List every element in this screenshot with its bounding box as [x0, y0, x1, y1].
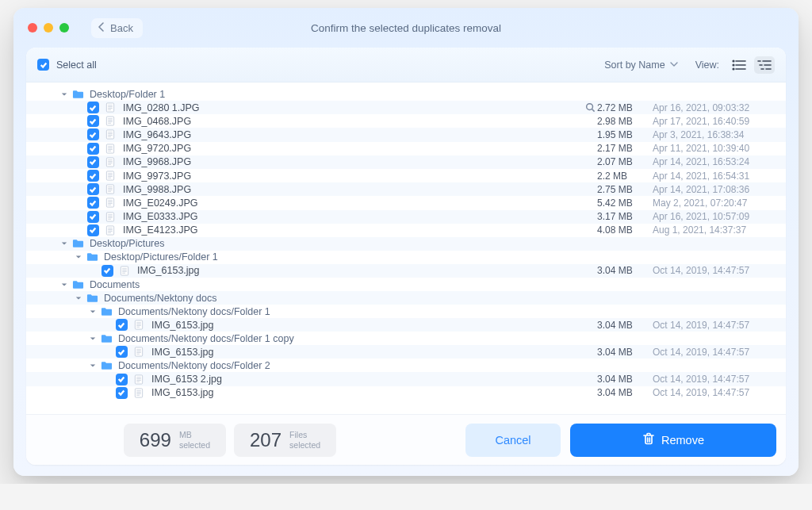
view-mode-toggle: [729, 56, 775, 74]
folder-row[interactable]: Documents: [26, 278, 786, 291]
file-row[interactable]: IMG_6153.jpg3.04 MBOct 14, 2019, 14:47:5…: [26, 345, 786, 359]
file-checkbox[interactable]: [116, 346, 128, 358]
file-row[interactable]: IMG_9720.JPG2.17 MBApr 11, 2021, 10:39:4…: [26, 142, 786, 155]
remove-button[interactable]: Remove: [570, 424, 776, 457]
file-checkbox[interactable]: [87, 143, 99, 155]
file-size: 3.04 MB: [597, 265, 653, 276]
file-size: 3.04 MB: [597, 374, 653, 385]
back-button[interactable]: Back: [91, 18, 143, 38]
file-checkbox[interactable]: [87, 197, 99, 209]
file-row[interactable]: IMG_9968.JPG2.07 MBApr 14, 2021, 16:53:2…: [26, 155, 786, 169]
file-date: Apr 14, 2021, 16:53:24: [653, 156, 772, 167]
file-row[interactable]: IMG_9988.JPG2.75 MBApr 14, 2021, 17:08:3…: [26, 182, 786, 196]
file-row[interactable]: IMG_6153.jpg3.04 MBOct 14, 2019, 14:47:5…: [26, 386, 786, 400]
svg-point-2: [733, 64, 734, 66]
file-checkbox[interactable]: [116, 319, 128, 331]
mb-value: 699: [140, 429, 171, 451]
folder-row[interactable]: Documents/Nektony docs/Folder 1: [26, 305, 786, 318]
svg-rect-28: [135, 389, 142, 397]
file-size: 2.98 MB: [597, 116, 653, 127]
svg-rect-25: [135, 320, 142, 329]
view-label: View:: [695, 59, 719, 71]
file-row[interactable]: IMG_9973.JPG2.2 MBApr 14, 2021, 16:54:31: [26, 169, 786, 182]
expand-toggle-icon[interactable]: [59, 282, 69, 288]
file-checkbox[interactable]: [116, 387, 128, 399]
file-date: Oct 14, 2019, 14:47:57: [653, 374, 772, 385]
expand-toggle-icon[interactable]: [59, 91, 69, 98]
file-icon: [105, 156, 118, 167]
expand-toggle-icon[interactable]: [74, 254, 83, 260]
file-name: IMG_9643.JPG: [123, 129, 583, 140]
svg-rect-20: [106, 185, 113, 194]
file-row[interactable]: IMG_0280 1.JPG2.72 MBApr 16, 2021, 09:03…: [26, 101, 786, 114]
file-checkbox[interactable]: [87, 102, 99, 113]
file-row[interactable]: IMG_9643.JPG1.95 MBApr 3, 2021, 16:38:34: [26, 128, 786, 141]
folder-icon: [86, 251, 99, 263]
file-icon: [105, 197, 118, 209]
file-icon: [105, 116, 118, 127]
file-row[interactable]: IMG_6153 2.jpg3.04 MBOct 14, 2019, 14:47…: [26, 372, 786, 385]
back-label: Back: [110, 22, 133, 34]
chevron-down-icon: [670, 59, 678, 71]
file-row[interactable]: IMG_6153.jpg3.04 MBOct 14, 2019, 14:47:5…: [26, 318, 786, 332]
expand-toggle-icon[interactable]: [74, 295, 83, 301]
file-name: IMG_0280 1.JPG: [123, 102, 583, 113]
svg-rect-26: [135, 347, 142, 356]
file-checkbox[interactable]: [87, 115, 99, 127]
file-checkbox[interactable]: [87, 156, 99, 168]
files-selected-stat: 207 Files selected: [234, 424, 336, 457]
file-date: Apr 14, 2021, 16:54:31: [653, 171, 772, 182]
titlebar: Back Confirm the selected duplicates rem…: [13, 8, 799, 48]
file-row[interactable]: IMG_E0333.JPG3.17 MBApr 16, 2021, 10:57:…: [26, 210, 786, 224]
trash-icon: [642, 432, 655, 447]
file-name: IMG_9973.JPG: [123, 171, 583, 182]
file-checkbox[interactable]: [87, 224, 99, 236]
folder-row[interactable]: Desktop/Pictures/Folder 1: [26, 251, 786, 264]
cancel-button[interactable]: Cancel: [465, 424, 561, 457]
expand-toggle-icon[interactable]: [88, 362, 98, 369]
file-row[interactable]: IMG_E0249.JPG5.42 MBMay 2, 2021, 07:20:4…: [26, 196, 786, 209]
file-icon: [105, 211, 118, 222]
file-checkbox[interactable]: [102, 265, 113, 277]
file-name: IMG_9988.JPG: [123, 184, 583, 195]
file-row[interactable]: IMG_E4123.JPG4.08 MBAug 1, 2021, 14:37:3…: [26, 224, 786, 237]
cancel-label: Cancel: [495, 434, 530, 447]
folder-name: Documents/Nektony docs/Folder 1 copy: [118, 333, 583, 344]
folder-icon: [86, 293, 99, 304]
file-name: IMG_E0333.JPG: [123, 211, 583, 222]
file-date: Apr 11, 2021, 10:39:40: [653, 143, 772, 154]
folder-row[interactable]: Documents/Nektony docs/Folder 2: [26, 359, 786, 372]
folder-row[interactable]: Documents/Nektony docs: [26, 291, 786, 305]
folder-row[interactable]: Desktop/Folder 1: [26, 87, 786, 101]
file-name: IMG_6153.jpg: [151, 387, 583, 398]
file-tree[interactable]: Desktop/Folder 1IMG_0280 1.JPG2.72 MBApr…: [26, 82, 786, 414]
file-checkbox[interactable]: [87, 128, 99, 140]
expand-toggle-icon[interactable]: [59, 240, 69, 247]
zoom-window-button[interactable]: [59, 23, 69, 33]
file-row[interactable]: IMG_0468.JPG2.98 MBApr 17, 2021, 16:40:5…: [26, 114, 786, 128]
expand-toggle-icon[interactable]: [88, 336, 98, 342]
file-checkbox[interactable]: [116, 374, 128, 385]
file-checkbox[interactable]: [87, 183, 99, 195]
svg-rect-12: [106, 103, 113, 112]
file-size: 3.04 MB: [597, 347, 653, 358]
sort-dropdown[interactable]: Sort by Name: [604, 59, 677, 71]
folder-row[interactable]: Desktop/Pictures: [26, 237, 786, 251]
close-window-button[interactable]: [28, 23, 37, 33]
file-row[interactable]: IMG_6153.jpg3.04 MBOct 14, 2019, 14:47:5…: [26, 264, 786, 278]
minimize-window-button[interactable]: [44, 23, 53, 33]
file-checkbox[interactable]: [87, 211, 99, 223]
preview-icon[interactable]: [583, 102, 597, 113]
view-list-button[interactable]: [729, 56, 749, 74]
file-date: May 2, 2021, 07:20:47: [653, 197, 772, 209]
expand-toggle-icon[interactable]: [88, 309, 98, 315]
file-icon: [134, 374, 147, 385]
select-all-checkbox[interactable]: [37, 59, 49, 71]
folder-icon: [72, 89, 85, 100]
folder-icon: [72, 238, 85, 249]
file-checkbox[interactable]: [87, 170, 99, 182]
folder-row[interactable]: Documents/Nektony docs/Folder 1 copy: [26, 332, 786, 345]
file-icon: [105, 184, 118, 195]
view-tree-button[interactable]: [754, 56, 775, 74]
file-icon: [120, 265, 132, 276]
